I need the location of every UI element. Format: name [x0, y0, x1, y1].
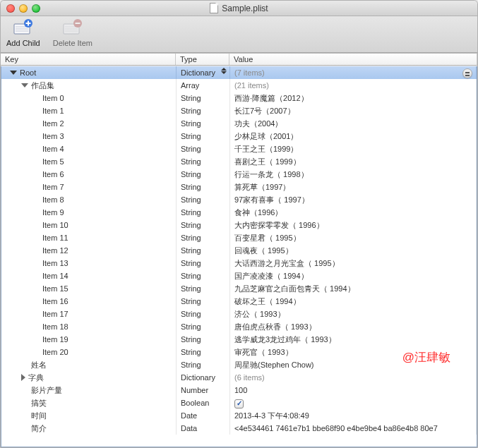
table-row[interactable]: Item 1String长江7号（2007）: [1, 104, 477, 117]
value-cell[interactable]: 功夫（2004）: [230, 117, 477, 130]
key-cell[interactable]: Item 11: [1, 231, 177, 244]
type-cell[interactable]: Array: [177, 79, 230, 92]
key-cell[interactable]: Item 10: [1, 219, 177, 231]
key-cell[interactable]: Item 9: [1, 206, 177, 219]
key-cell[interactable]: Item 16: [1, 295, 177, 308]
type-cell[interactable]: String: [177, 155, 230, 168]
table-row[interactable]: Item 6String行运一条龙（ 1998）: [1, 168, 477, 181]
value-cell[interactable]: 少林足球（2001）: [230, 130, 477, 143]
type-cell[interactable]: Number: [177, 384, 230, 396]
value-cell[interactable]: <4e534461 7461e7b1 bbe68f90 e4be9be4 ba8…: [230, 422, 477, 435]
type-cell[interactable]: Dictionary: [177, 371, 230, 384]
column-header-key[interactable]: Key: [1, 54, 176, 65]
key-cell[interactable]: 简介: [1, 422, 177, 435]
value-cell[interactable]: 周星驰(Stephen Chow): [230, 358, 477, 371]
type-cell[interactable]: String: [177, 117, 230, 130]
table-row[interactable]: 简介Data<4e534461 7461e7b1 bbe68f90 e4be9b…: [1, 422, 477, 435]
table-row[interactable]: Item 8String97家有喜事（ 1997）: [1, 193, 477, 206]
key-cell[interactable]: 时间: [1, 409, 177, 422]
key-cell[interactable]: Item 15: [1, 282, 177, 295]
type-cell[interactable]: String: [177, 104, 230, 117]
close-window-icon[interactable]: [6, 4, 15, 13]
type-cell[interactable]: String: [177, 143, 230, 155]
key-cell[interactable]: Item 18: [1, 320, 177, 333]
key-cell[interactable]: Item 17: [1, 308, 177, 320]
value-cell[interactable]: 九品芝麻官之白面包青天（ 1994）: [230, 282, 477, 295]
value-cell[interactable]: 审死官（ 1993）: [230, 346, 477, 358]
table-row[interactable]: 姓名String周星驰(Stephen Chow): [1, 358, 477, 371]
value-cell[interactable]: 长江7号（2007）: [230, 104, 477, 117]
key-cell[interactable]: Item 14: [1, 270, 177, 282]
key-cell[interactable]: Item 13: [1, 257, 177, 270]
key-cell[interactable]: Root: [1, 66, 177, 79]
key-cell[interactable]: Item 2: [1, 117, 177, 130]
type-cell[interactable]: Boolean: [177, 396, 230, 409]
type-cell[interactable]: String: [177, 181, 230, 193]
chevron-right-icon[interactable]: [21, 374, 25, 381]
value-cell[interactable]: 唐伯虎点秋香（ 1993）: [230, 320, 477, 333]
value-cell[interactable]: 济公（ 1993）: [230, 308, 477, 320]
table-row[interactable]: Item 3String少林足球（2001）: [1, 130, 477, 143]
value-cell[interactable]: 千王之王（1999）: [230, 143, 477, 155]
row-actions-icon[interactable]: [462, 68, 472, 78]
type-cell[interactable]: String: [177, 193, 230, 206]
value-cell[interactable]: 西游·降魔篇（2012）: [230, 92, 477, 104]
value-cell[interactable]: 大内密探零零发（ 1996）: [230, 219, 477, 231]
value-cell[interactable]: 算死草（1997）: [230, 181, 477, 193]
table-row[interactable]: Item 11String百变星君（ 1995）: [1, 231, 477, 244]
key-cell[interactable]: 作品集: [1, 79, 177, 92]
table-row[interactable]: Item 17String济公（ 1993）: [1, 308, 477, 320]
key-cell[interactable]: Item 3: [1, 130, 177, 143]
table-row[interactable]: RootDictionary(7 items): [1, 66, 477, 79]
table-row[interactable]: 影片产量Number100: [1, 384, 477, 396]
table-row[interactable]: Item 12String回魂夜（ 1995）: [1, 244, 477, 257]
key-cell[interactable]: Item 7: [1, 181, 177, 193]
type-cell[interactable]: String: [177, 320, 230, 333]
column-header-type[interactable]: Type: [176, 54, 229, 65]
table-row[interactable]: 字典Dictionary(6 items): [1, 371, 477, 384]
value-cell[interactable]: 行运一条龙（ 1998）: [230, 168, 477, 181]
column-header-value[interactable]: Value: [229, 54, 477, 65]
table-row[interactable]: Item 10String大内密探零零发（ 1996）: [1, 219, 477, 231]
type-cell[interactable]: String: [177, 168, 230, 181]
key-cell[interactable]: Item 4: [1, 143, 177, 155]
value-cell[interactable]: (6 items): [230, 371, 477, 384]
value-cell[interactable]: (7 items): [230, 66, 477, 79]
key-cell[interactable]: Item 8: [1, 193, 177, 206]
checkbox-checked-icon[interactable]: [234, 399, 244, 408]
type-cell[interactable]: String: [177, 346, 230, 358]
table-row[interactable]: Item 13String大话西游之月光宝盒（ 1995）: [1, 257, 477, 270]
key-cell[interactable]: Item 1: [1, 104, 177, 117]
value-cell[interactable]: 百变星君（ 1995）: [230, 231, 477, 244]
zoom-window-icon[interactable]: [32, 4, 40, 13]
key-cell[interactable]: 字典: [1, 371, 177, 384]
type-cell[interactable]: String: [177, 92, 230, 104]
table-row[interactable]: Item 14String国产凌凌漆（ 1994）: [1, 270, 477, 282]
key-cell[interactable]: Item 20: [1, 346, 177, 358]
value-cell[interactable]: 97家有喜事（ 1997）: [230, 193, 477, 206]
type-cell[interactable]: String: [177, 295, 230, 308]
table-row[interactable]: Item 15String九品芝麻官之白面包青天（ 1994）: [1, 282, 477, 295]
value-cell[interactable]: (21 items): [230, 79, 477, 92]
table-row[interactable]: Item 4String千王之王（1999）: [1, 143, 477, 155]
value-cell[interactable]: 大话西游之月光宝盒（ 1995）: [230, 257, 477, 270]
type-cell[interactable]: Date: [177, 409, 230, 422]
key-cell[interactable]: 影片产量: [1, 384, 177, 396]
value-cell[interactable]: 逃学威龙3龙过鸡年（ 1993）: [230, 333, 477, 346]
table-row[interactable]: Item 7String算死草（1997）: [1, 181, 477, 193]
type-cell[interactable]: String: [177, 282, 230, 295]
table-row[interactable]: Item 0String西游·降魔篇（2012）: [1, 92, 477, 104]
type-cell[interactable]: String: [177, 231, 230, 244]
table-row[interactable]: Item 2String功夫（2004）: [1, 117, 477, 130]
key-cell[interactable]: Item 0: [1, 92, 177, 104]
type-cell[interactable]: Data: [177, 422, 230, 435]
value-cell[interactable]: 破坏之王（ 1994）: [230, 295, 477, 308]
value-cell[interactable]: 国产凌凌漆（ 1994）: [230, 270, 477, 282]
value-cell[interactable]: 100: [230, 384, 477, 396]
chevron-down-icon[interactable]: [21, 83, 28, 87]
minimize-window-icon[interactable]: [19, 4, 28, 13]
type-cell[interactable]: String: [177, 270, 230, 282]
table-row[interactable]: 时间Date2013-4-3 下午4:08:49: [1, 409, 477, 422]
chevron-down-icon[interactable]: [10, 71, 17, 75]
value-cell[interactable]: 2013-4-3 下午4:08:49: [230, 409, 477, 422]
